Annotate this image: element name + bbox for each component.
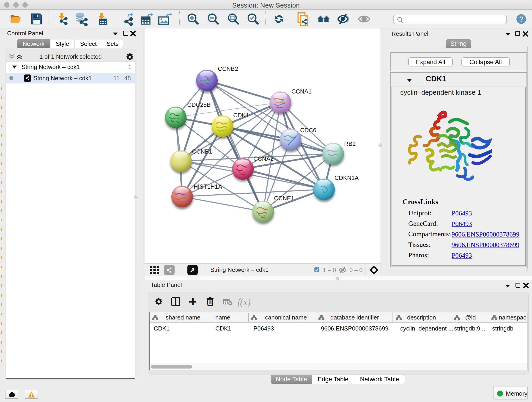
svg-text:?: ? [519,15,524,23]
svg-text:CCNA2: CCNA2 [253,155,273,162]
svg-text:CDC25B: CDC25B [187,101,211,108]
svg-text:HIST1H1A: HIST1H1A [194,183,222,190]
svg-text:CDK1: CDK1 [233,112,249,119]
svg-text:CCNE1: CCNE1 [274,195,294,202]
svg-text:CCNB1: CCNB1 [192,148,212,155]
svg-text:RB1: RB1 [344,140,356,147]
svg-text:CDKN1A: CDKN1A [335,174,359,181]
svg-text:CCNB2: CCNB2 [218,65,238,72]
svg-text:CCNA1: CCNA1 [291,88,312,95]
svg-text:CDC6: CDC6 [300,127,317,134]
